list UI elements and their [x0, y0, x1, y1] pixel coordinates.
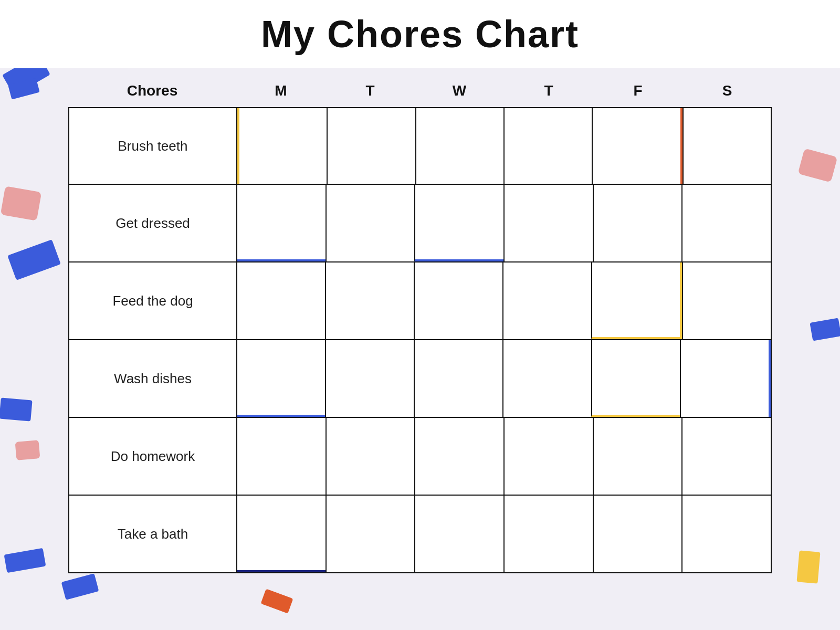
chart-container: Chores MTWTFS Brush teeth Get dressed: [68, 76, 772, 614]
day-cell[interactable]: [502, 340, 591, 417]
day-cell[interactable]: [503, 185, 593, 261]
day-header: F: [593, 82, 682, 99]
decorative-blob: [810, 318, 840, 341]
table-row: Take a bath: [68, 496, 772, 573]
day-cell[interactable]: [681, 185, 771, 261]
day-header: T: [326, 82, 415, 99]
day-header: T: [504, 82, 593, 99]
day-cell[interactable]: [593, 418, 682, 495]
chore-name: Do homework: [69, 418, 237, 495]
header-row: Chores MTWTFS: [68, 76, 772, 105]
day-cells: [237, 262, 771, 339]
chore-name: Take a bath: [69, 496, 237, 572]
day-cell[interactable]: [503, 418, 593, 495]
day-cell[interactable]: [592, 108, 682, 184]
chore-rows: Brush teeth Get dressed: [68, 107, 772, 573]
day-cell[interactable]: [414, 185, 503, 261]
day-cell[interactable]: [415, 108, 503, 184]
page-title: My Chores Chart: [261, 13, 579, 56]
day-cell[interactable]: [237, 340, 325, 417]
day-cells: [237, 185, 771, 261]
day-header: S: [682, 82, 772, 99]
chore-name: Feed the dog: [69, 262, 237, 339]
table-row: Do homework: [68, 418, 772, 496]
day-cell[interactable]: [414, 340, 502, 417]
day-cell[interactable]: [325, 262, 414, 339]
day-header: W: [415, 82, 504, 99]
day-cells: [237, 108, 771, 184]
day-cell[interactable]: [237, 185, 326, 261]
day-cell[interactable]: [326, 496, 415, 572]
day-cell[interactable]: [680, 340, 771, 417]
decorative-blob: [4, 548, 46, 573]
chore-name: Wash dishes: [69, 340, 237, 417]
day-cell[interactable]: [682, 262, 771, 339]
title-banner: My Chores Chart: [0, 0, 840, 68]
day-cell[interactable]: [682, 108, 771, 184]
table-row: Get dressed: [68, 185, 772, 262]
day-cell[interactable]: [414, 418, 503, 495]
day-cell[interactable]: [681, 496, 771, 572]
day-cell[interactable]: [502, 262, 591, 339]
day-cell[interactable]: [681, 418, 771, 495]
table-row: Brush teeth: [68, 107, 772, 185]
decorative-blob: [7, 239, 61, 280]
chore-name: Brush teeth: [69, 108, 237, 184]
chore-name: Get dressed: [69, 185, 237, 261]
day-cell[interactable]: [327, 108, 415, 184]
day-cell[interactable]: [503, 108, 592, 184]
table-row: Wash dishes: [68, 340, 772, 418]
table-row: Feed the dog: [68, 262, 772, 340]
day-cell[interactable]: [591, 340, 680, 417]
day-cells: [237, 418, 771, 495]
day-cells: [237, 496, 771, 572]
day-cell[interactable]: [237, 108, 327, 184]
day-cell[interactable]: [326, 185, 415, 261]
decorative-blob: [798, 148, 838, 182]
day-cell[interactable]: [414, 496, 503, 572]
day-cell[interactable]: [237, 496, 326, 572]
day-cell[interactable]: [237, 418, 326, 495]
day-cell[interactable]: [414, 262, 502, 339]
day-cell[interactable]: [237, 262, 325, 339]
decorative-blob: [15, 440, 40, 460]
day-cell[interactable]: [591, 262, 682, 339]
day-cell[interactable]: [325, 340, 414, 417]
day-cell[interactable]: [326, 418, 415, 495]
decorative-blob: [1, 186, 41, 220]
days-header: MTWTFS: [236, 82, 772, 99]
day-cells: [237, 340, 771, 417]
chores-column-header: Chores: [68, 82, 236, 99]
decorative-blob: [0, 397, 33, 421]
day-header: M: [236, 82, 326, 99]
day-cell[interactable]: [593, 496, 682, 572]
decorative-blob: [796, 550, 820, 583]
day-cell[interactable]: [503, 496, 593, 572]
day-cell[interactable]: [593, 185, 682, 261]
